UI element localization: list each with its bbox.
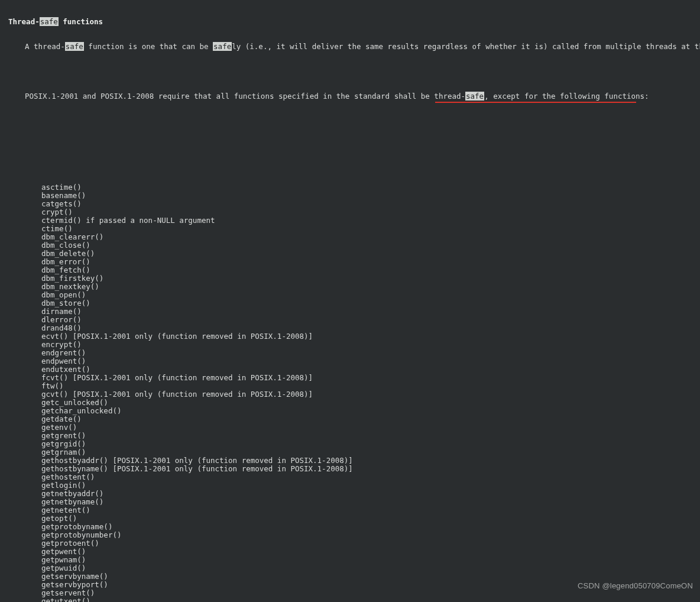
function-item: gethostbyaddr() [POSIX.1-2001 only (func… bbox=[41, 457, 700, 465]
function-item: getgrgid() bbox=[41, 440, 700, 448]
manpage-content: Thread-safe functions A thread-safe func… bbox=[0, 0, 700, 602]
function-item: basename() bbox=[41, 192, 700, 200]
annotation-underline-top bbox=[435, 102, 636, 103]
function-item: getlogin() bbox=[41, 481, 700, 490]
function-item: getprotobynumber() bbox=[41, 531, 700, 539]
function-item: getpwent() bbox=[41, 548, 700, 556]
function-item: getchar_unlocked() bbox=[41, 407, 700, 415]
function-item: dlerror() bbox=[41, 316, 700, 324]
function-item: crypt() bbox=[41, 208, 700, 216]
function-item: dbm_fetch() bbox=[41, 266, 700, 274]
function-item: dirname() bbox=[41, 308, 700, 316]
p2-post: , except for the following functions: bbox=[484, 92, 649, 101]
title-pre: Thread- bbox=[8, 17, 40, 26]
function-item: dbm_firstkey() bbox=[41, 274, 700, 283]
function-item: asctime() bbox=[41, 183, 700, 192]
function-item: getservent() bbox=[41, 589, 700, 597]
function-item: dbm_error() bbox=[41, 258, 700, 266]
function-item: dbm_delete() bbox=[41, 250, 700, 258]
function-item: ecvt() [POSIX.1-2001 only (function remo… bbox=[41, 332, 700, 341]
function-item: endpwent() bbox=[41, 357, 700, 365]
blank-line bbox=[8, 67, 700, 76]
function-item: getc_unlocked() bbox=[41, 399, 700, 407]
function-item: getgrnam() bbox=[41, 448, 700, 457]
function-item: encrypt() bbox=[41, 341, 700, 349]
function-item: ctime() bbox=[41, 225, 700, 233]
p2-hl: safe bbox=[465, 92, 484, 101]
function-item: gcvt() [POSIX.1-2001 only (function remo… bbox=[41, 390, 700, 399]
function-item: getenv() bbox=[41, 423, 700, 432]
p1-pre: A thread- bbox=[25, 42, 65, 51]
function-list: asctime()basename()catgets()crypt()cterm… bbox=[41, 158, 700, 602]
function-item: fcvt() [POSIX.1-2001 only (function remo… bbox=[41, 374, 700, 382]
function-item: getnetbyname() bbox=[41, 498, 700, 506]
function-item: getnetent() bbox=[41, 506, 700, 514]
function-item: getdate() bbox=[41, 415, 700, 423]
watermark: CSDN @legend050709ComeON bbox=[578, 582, 693, 590]
title-highlight: safe bbox=[40, 17, 59, 26]
function-item: getgrent() bbox=[41, 432, 700, 440]
function-item: getopt() bbox=[41, 514, 700, 523]
title-post: functions bbox=[59, 17, 103, 26]
section-title: Thread-safe functions bbox=[8, 18, 700, 26]
function-item: dbm_open() bbox=[41, 291, 700, 299]
paragraph-1: A thread-safe function is one that can b… bbox=[25, 43, 700, 51]
function-item: gethostbyname() [POSIX.1-2001 only (func… bbox=[41, 465, 700, 473]
function-item: dbm_clearerr() bbox=[41, 233, 700, 241]
function-item: getprotobyname() bbox=[41, 523, 700, 531]
function-item: dbm_close() bbox=[41, 241, 700, 250]
function-item: endgrent() bbox=[41, 349, 700, 357]
blank-line bbox=[8, 134, 700, 142]
p1-hl2: safe bbox=[213, 42, 232, 51]
function-item: drand48() bbox=[41, 324, 700, 332]
function-item: getservbyname() bbox=[41, 572, 700, 581]
function-item: dbm_store() bbox=[41, 299, 700, 308]
function-item: catgets() bbox=[41, 200, 700, 208]
function-item: getprotoent() bbox=[41, 539, 700, 548]
function-item: ftw() bbox=[41, 382, 700, 390]
function-item: dbm_nextkey() bbox=[41, 283, 700, 291]
function-item: gethostent() bbox=[41, 473, 700, 481]
p1-mid: function is one that can be bbox=[84, 42, 213, 51]
function-item: endutxent() bbox=[41, 365, 700, 374]
p2-pre: POSIX.1-2001 and POSIX.1-2008 require th… bbox=[25, 92, 465, 101]
function-item: getpwnam() bbox=[41, 556, 700, 564]
paragraph-2: POSIX.1-2001 and POSIX.1-2008 require th… bbox=[25, 92, 700, 117]
function-item: getpwuid() bbox=[41, 564, 700, 572]
function-item: getnetbyaddr() bbox=[41, 490, 700, 498]
p1-hl1: safe bbox=[65, 42, 84, 51]
function-item: ctermid() if passed a non-NULL argument bbox=[41, 216, 700, 225]
p1-post: ly (i.e., it will deliver the same resul… bbox=[232, 42, 700, 51]
function-item: getutxent() bbox=[41, 597, 700, 602]
